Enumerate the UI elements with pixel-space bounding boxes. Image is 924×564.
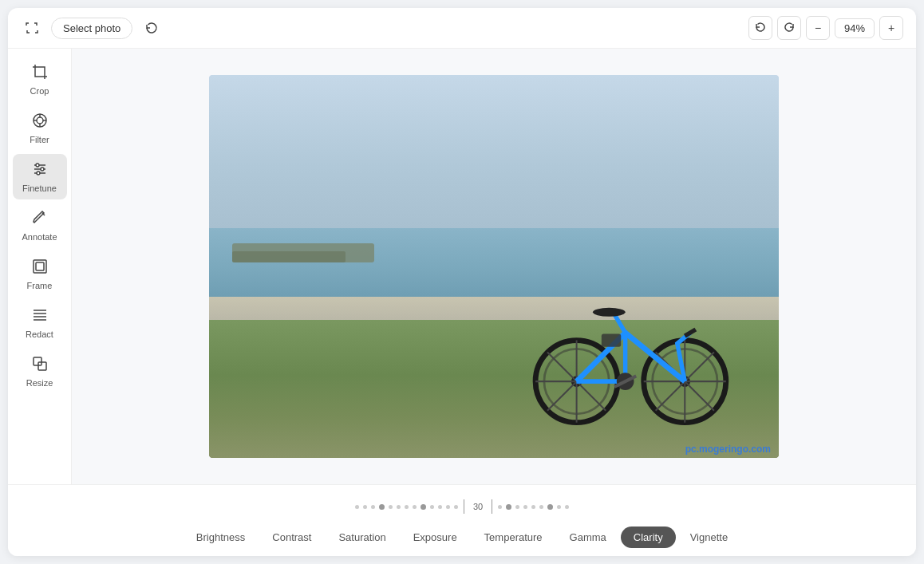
tab-contrast[interactable]: Contrast xyxy=(259,527,324,548)
svg-line-39 xyxy=(685,329,696,336)
sidebar-item-annotate[interactable]: Annotate xyxy=(13,203,67,248)
annotate-icon xyxy=(31,209,49,229)
zoom-in-button[interactable]: + xyxy=(879,16,903,40)
sky-layer xyxy=(209,75,779,228)
resize-label: Resize xyxy=(26,378,53,388)
slider-dot xyxy=(421,504,426,510)
sidebar-item-filter[interactable]: Filter xyxy=(13,105,67,151)
svg-point-10 xyxy=(41,168,44,171)
bike-svg xyxy=(517,282,733,427)
slider-dot xyxy=(531,505,535,509)
crop-label: Crop xyxy=(30,86,49,96)
sidebar-item-crop[interactable]: Crop xyxy=(13,57,67,102)
redact-label: Redact xyxy=(26,329,53,339)
finetune-tabs: Brightness Contrast Saturation Exposure … xyxy=(184,527,740,548)
slider-dot xyxy=(498,505,502,509)
redo-button[interactable] xyxy=(777,16,801,40)
slider-dot xyxy=(371,505,375,509)
fullscreen-button[interactable] xyxy=(21,17,43,39)
header-left: Select photo xyxy=(21,17,163,39)
sidebar: Crop Filter xyxy=(8,49,72,484)
frame-label: Frame xyxy=(27,281,53,290)
slider-marker-line2 xyxy=(492,499,492,514)
bike-container xyxy=(517,282,733,427)
image-container: pc.mogeringo.com xyxy=(209,75,779,458)
photo-canvas: pc.mogeringo.com xyxy=(209,75,779,458)
slider-dot xyxy=(515,505,519,509)
redact-icon xyxy=(31,306,49,326)
slider-dot xyxy=(405,505,409,509)
zoom-value: 94% xyxy=(835,18,875,38)
slider-dot xyxy=(363,505,367,509)
svg-rect-19 xyxy=(38,362,46,370)
sidebar-item-finetune[interactable]: Finetune xyxy=(13,154,67,199)
filter-label: Filter xyxy=(30,135,49,144)
slider-dot xyxy=(397,505,401,509)
svg-point-38 xyxy=(593,308,626,317)
svg-line-37 xyxy=(614,314,626,333)
slider-dot xyxy=(557,505,561,509)
tab-exposure[interactable]: Exposure xyxy=(401,527,470,548)
select-photo-button[interactable]: Select photo xyxy=(51,18,132,39)
pier-shadow xyxy=(232,251,346,262)
crop-icon xyxy=(31,63,49,83)
undo-button[interactable] xyxy=(748,16,772,40)
slider-dot xyxy=(389,505,393,509)
slider-dot xyxy=(430,505,434,509)
finetune-label: Finetune xyxy=(22,183,57,193)
frame-icon xyxy=(31,258,49,278)
slider-value: 30 xyxy=(473,502,483,511)
slider-dot xyxy=(413,505,417,509)
sidebar-item-resize[interactable]: Resize xyxy=(13,349,67,394)
bottom-controls: 30 Brightness Contrast Saturation Exposu… xyxy=(8,484,916,556)
svg-point-9 xyxy=(36,164,39,167)
resize-icon xyxy=(31,355,49,375)
svg-rect-42 xyxy=(601,334,620,347)
tab-temperature[interactable]: Temperature xyxy=(472,527,555,548)
tab-saturation[interactable]: Saturation xyxy=(326,527,398,548)
slider-dot xyxy=(438,505,442,509)
svg-point-11 xyxy=(37,172,40,175)
slider-dot xyxy=(547,504,553,510)
svg-rect-18 xyxy=(34,357,41,365)
slider-dot xyxy=(523,505,527,509)
svg-rect-13 xyxy=(36,262,44,270)
slider-dots-row[interactable]: 30 xyxy=(355,493,569,520)
slider-dot xyxy=(379,504,385,510)
tab-vignette[interactable]: Vignette xyxy=(677,527,740,548)
tab-clarity[interactable]: Clarity xyxy=(621,527,676,548)
slider-dot xyxy=(446,505,450,509)
tab-brightness[interactable]: Brightness xyxy=(184,527,258,548)
slider-dot xyxy=(355,505,359,509)
filter-icon xyxy=(31,112,49,132)
history-button[interactable] xyxy=(140,17,163,39)
slider-dot xyxy=(539,505,543,509)
slider-dot xyxy=(454,505,458,509)
annotate-label: Annotate xyxy=(22,232,57,242)
header: Select photo − 9 xyxy=(8,8,916,49)
slider-dot xyxy=(565,505,569,509)
zoom-out-button[interactable]: − xyxy=(806,16,830,40)
header-right: − 94% + xyxy=(748,16,903,40)
watermark: pc.mogeringo.com xyxy=(685,444,771,455)
sidebar-item-redact[interactable]: Redact xyxy=(13,300,67,345)
sidebar-item-frame[interactable]: Frame xyxy=(13,251,67,297)
canvas-area: pc.mogeringo.com xyxy=(72,49,916,484)
main-content: Crop Filter xyxy=(8,49,916,484)
slider-dot xyxy=(506,504,511,510)
finetune-icon xyxy=(31,160,49,180)
svg-point-1 xyxy=(37,117,43,124)
slider-marker-line xyxy=(464,499,464,514)
tab-gamma[interactable]: Gamma xyxy=(557,527,619,548)
